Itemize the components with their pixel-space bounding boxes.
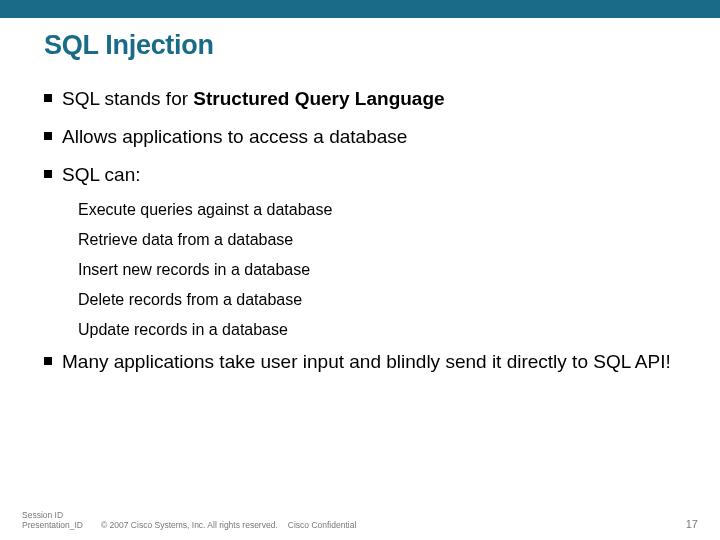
square-bullet-icon — [44, 132, 52, 140]
square-bullet-icon — [44, 94, 52, 102]
footer-session-id: Session ID — [22, 510, 83, 520]
footer-copyright: © 2007 Cisco Systems, Inc. All rights re… — [101, 520, 278, 530]
bullet-text: SQL stands for Structured Query Language — [62, 87, 676, 111]
sub-bullet-item: Update records in a database — [78, 320, 676, 340]
square-bullet-icon — [44, 170, 52, 178]
bullet-text: Allows applications to access a database — [62, 125, 676, 149]
content-area: SQL Injection SQL stands for Structured … — [0, 18, 720, 540]
sub-bullet-item: Insert new records in a database — [78, 260, 676, 280]
bullet-item: Allows applications to access a database — [44, 125, 676, 149]
footer: Session ID Presentation_ID © 2007 Cisco … — [0, 510, 720, 530]
sub-bullet-item: Retrieve data from a database — [78, 230, 676, 250]
bullet-item: SQL can: — [44, 163, 676, 187]
top-bar — [0, 0, 720, 18]
square-bullet-icon — [44, 357, 52, 365]
sub-bullet-list: Execute queries against a database Retri… — [78, 200, 676, 340]
bullet-text: Many applications take user input and bl… — [62, 350, 676, 374]
bullet-text-bold: Structured Query Language — [193, 88, 444, 109]
sub-bullet-item: Execute queries against a database — [78, 200, 676, 220]
bullet-list: SQL stands for Structured Query Language… — [44, 87, 676, 374]
page-number: 17 — [686, 518, 698, 530]
slide: SQL Injection SQL stands for Structured … — [0, 0, 720, 540]
bullet-item: Many applications take user input and bl… — [44, 350, 676, 374]
sub-bullet-item: Delete records from a database — [78, 290, 676, 310]
slide-title: SQL Injection — [44, 30, 676, 61]
bullet-text: SQL can: — [62, 163, 676, 187]
bullet-item: SQL stands for Structured Query Language — [44, 87, 676, 111]
footer-confidential: Cisco Confidential — [288, 520, 357, 530]
footer-left: Session ID Presentation_ID — [22, 510, 83, 530]
bullet-text-pre: SQL stands for — [62, 88, 193, 109]
footer-presentation-id: Presentation_ID — [22, 520, 83, 530]
